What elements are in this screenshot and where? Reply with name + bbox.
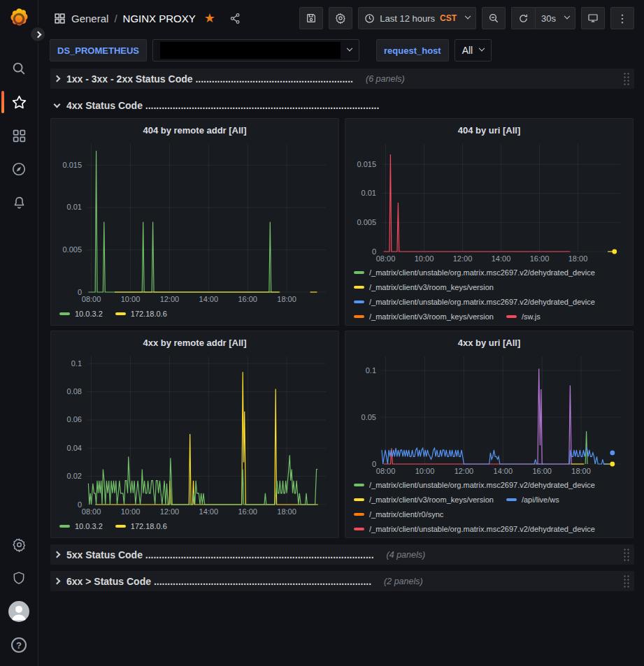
sidebar-bottom-menu: ?: [0, 528, 38, 662]
row-4xx[interactable]: 4xx Status Code ........................…: [50, 95, 634, 115]
panel-title[interactable]: 404 by remote addr [All]: [57, 122, 333, 138]
chart-canvas[interactable]: 00.0050.010.01508:0010:0012:0014:0016:00…: [351, 138, 627, 264]
row-1xx-3xx-2xx[interactable]: 1xx - 3xx - 2xx Status Code ............…: [50, 68, 634, 89]
request-host-select[interactable]: All: [455, 39, 492, 61]
legend-swatch: [354, 271, 364, 274]
legend-item[interactable]: /_matrix/client/v3/room_keys/version: [354, 495, 494, 504]
main-area: General / NGINX PROXY ★ Last 12 hours CS…: [38, 0, 644, 666]
chart-canvas[interactable]: 00.0050.010.01508:0010:0012:0014:0016:00…: [57, 138, 333, 305]
panel-legend: 10.0.3.2172.18.0.6: [57, 305, 333, 321]
legend-swatch: [59, 525, 70, 528]
chart-canvas[interactable]: 00.050.108:0010:0012:0014:0016:0018:00: [351, 351, 627, 477]
save-dashboard-button[interactable]: [299, 7, 323, 29]
favorite-star-icon[interactable]: ★: [204, 12, 215, 24]
legend-item[interactable]: 10.0.3.2: [59, 310, 103, 318]
legend-swatch: [354, 301, 364, 303]
chart-canvas[interactable]: 00.020.040.060.080.108:0010:0012:0014:00…: [57, 351, 333, 517]
datasource-value-redacted: [160, 42, 341, 59]
sidebar-item-dashboards[interactable]: [0, 119, 38, 152]
cycle-view-mode-button[interactable]: [581, 7, 605, 29]
datasource-select[interactable]: [152, 39, 359, 61]
breadcrumb-section[interactable]: General: [71, 13, 108, 24]
sidebar-item-settings[interactable]: [0, 528, 38, 561]
sidebar-item-server-admin[interactable]: [0, 561, 38, 595]
svg-text:12:00: 12:00: [455, 467, 474, 475]
panel-legend: /_matrix/client/unstable/org.matrix.msc2…: [351, 264, 627, 321]
dashboard-settings-button[interactable]: [329, 7, 352, 29]
row-title: 1xx - 3xx - 2xx Status Code ............…: [66, 73, 353, 85]
svg-text:18:00: 18:00: [277, 295, 296, 303]
breadcrumb-separator: /: [114, 13, 117, 24]
svg-text:10:00: 10:00: [415, 254, 434, 263]
refresh-button-group: 30s: [511, 7, 575, 29]
legend-item[interactable]: /api/live/ws: [506, 495, 559, 504]
clock-icon: [364, 13, 375, 24]
legend-item[interactable]: /_matrix/client/unstable/org.matrix.msc2…: [354, 268, 595, 277]
kebab-menu-button[interactable]: ⋮: [610, 7, 634, 29]
row-drag-handle[interactable]: [623, 574, 630, 588]
svg-text:14:00: 14:00: [199, 507, 219, 516]
legend-label: 172.18.0.6: [131, 522, 167, 530]
legend-label: /_matrix/client/unstable/org.matrix.msc2…: [369, 298, 595, 306]
grafana-logo[interactable]: [7, 7, 31, 31]
svg-text:0.005: 0.005: [62, 245, 82, 254]
svg-text:16:00: 16:00: [238, 295, 257, 303]
sidebar-expand-button[interactable]: [29, 25, 47, 43]
legend-item[interactable]: /_matrix/client/v3/room_keys/version: [354, 283, 494, 291]
svg-text:0.02: 0.02: [67, 472, 82, 480]
panel-title[interactable]: 4xx by uri [All]: [351, 334, 627, 351]
dashboard-topbar: General / NGINX PROXY ★ Last 12 hours CS…: [38, 0, 644, 36]
panel-title[interactable]: 404 by uri [All]: [351, 122, 627, 138]
sidebar-item-profile[interactable]: [0, 595, 38, 628]
apps-grid-icon: [12, 129, 27, 143]
panel-title[interactable]: 4xx by remote addr [All]: [57, 334, 333, 351]
row-6xx[interactable]: 6xx > Status Code ......................…: [50, 571, 634, 591]
shield-icon: [12, 571, 26, 585]
legend-item[interactable]: 172.18.0.6: [115, 522, 167, 530]
sidebar-item-help[interactable]: ?: [0, 628, 38, 662]
legend-item[interactable]: /_matrix/client/unstable/org.matrix.msc2…: [354, 525, 595, 533]
dashboard-title[interactable]: NGINX PROXY: [123, 13, 196, 24]
svg-text:0.1: 0.1: [71, 359, 82, 368]
share-icon[interactable]: [229, 13, 241, 24]
chevron-down-icon: [465, 13, 471, 19]
sidebar: ?: [0, 0, 38, 666]
svg-text:0.01: 0.01: [362, 189, 376, 197]
compass-icon: [11, 161, 27, 177]
legend-item[interactable]: /_matrix/client/unstable/org.matrix.msc2…: [354, 298, 595, 306]
zoom-out-time-button[interactable]: [482, 7, 506, 29]
legend-item[interactable]: 10.0.3.2: [59, 522, 103, 530]
refresh-interval-dropdown[interactable]: 30s: [535, 7, 575, 29]
row-panel-count: (6 panels): [366, 74, 405, 84]
row-drag-handle[interactable]: [623, 72, 630, 86]
sidebar-item-alerting[interactable]: [0, 186, 38, 219]
legend-swatch: [506, 315, 517, 318]
star-outline-icon: [11, 94, 27, 110]
legend-item[interactable]: 172.18.0.6: [115, 310, 167, 318]
time-range-picker[interactable]: Last 12 hours CST: [358, 7, 476, 29]
datasource-variable-label[interactable]: DS_PROMETHEUS: [50, 39, 147, 61]
svg-text:10:00: 10:00: [121, 295, 141, 303]
save-icon: [306, 13, 317, 24]
row-panel-count: (4 panels): [387, 550, 426, 560]
svg-text:18:00: 18:00: [568, 254, 588, 263]
sidebar-item-search[interactable]: [0, 52, 38, 85]
request-host-variable-label[interactable]: request_host: [376, 39, 449, 61]
legend-item[interactable]: /_matrix/client/r0/sync: [354, 510, 443, 519]
row-drag-handle[interactable]: [623, 548, 630, 562]
svg-text:08:00: 08:00: [82, 295, 101, 303]
gear-icon: [12, 537, 27, 552]
refresh-button[interactable]: [511, 7, 535, 29]
legend-item[interactable]: /_matrix/client/v3/room_keys/version: [354, 312, 494, 321]
row-title: 6xx > Status Code ......................…: [66, 576, 371, 587]
row-5xx[interactable]: 5xx Status Code ........................…: [50, 544, 634, 565]
legend-item[interactable]: /sw.js: [506, 312, 541, 321]
legend-swatch: [506, 498, 517, 501]
sidebar-item-starred[interactable]: [0, 85, 38, 119]
svg-text:14:00: 14:00: [494, 467, 513, 475]
sidebar-item-explore[interactable]: [0, 152, 38, 186]
legend-swatch: [354, 315, 364, 318]
legend-item[interactable]: /_matrix/client/unstable/org.matrix.msc2…: [354, 481, 595, 489]
help-icon: ?: [11, 637, 27, 653]
svg-text:14:00: 14:00: [199, 295, 219, 303]
